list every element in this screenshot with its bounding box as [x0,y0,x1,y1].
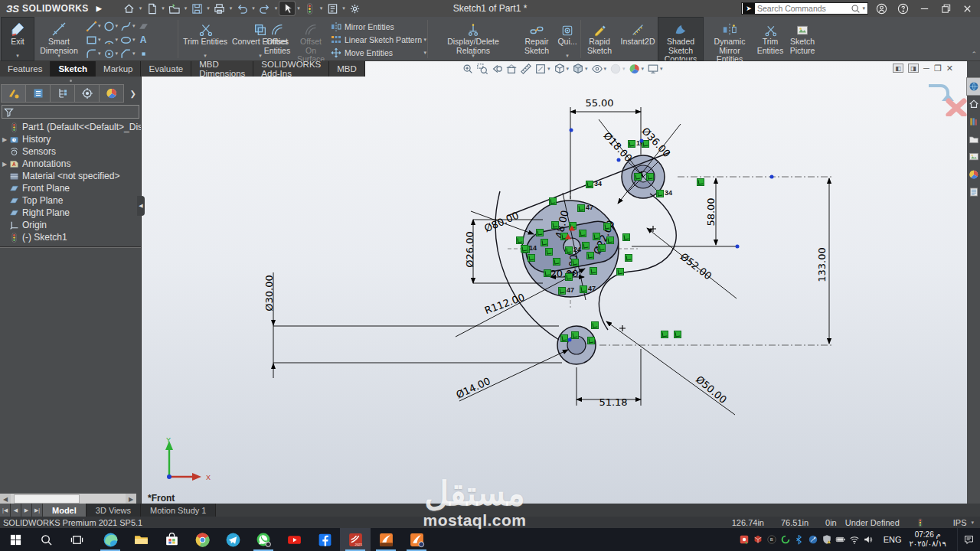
scroll-right-icon[interactable]: ▶ [126,494,136,504]
custom-properties-button[interactable] [967,184,980,201]
home-caret[interactable]: ▾ [139,5,142,11]
solidworks-resources-button[interactable] [967,78,980,95]
circle-tool[interactable]: ▾ [103,21,121,32]
view-orientation-button[interactable]: ▾ [554,63,570,75]
relation-badge[interactable]: 34 [656,190,664,197]
rectangle-tool[interactable]: ▾ [86,34,103,46]
edit-appearance-button[interactable]: ▾ [609,63,626,75]
help-button[interactable] [893,1,913,16]
exit-sketch-button[interactable]: Exit Sketch ▾ [2,18,34,60]
user-account-button[interactable] [871,1,891,16]
volume-tray-button[interactable] [863,534,874,546]
tray-app-red-tray-button[interactable] [739,534,750,546]
telegram-taskbar-button[interactable] [217,528,248,551]
tree-filter-box[interactable] [2,105,139,119]
home-button[interactable] [122,2,137,15]
print-button[interactable] [212,2,227,15]
bluetooth-tray-button[interactable] [794,534,805,546]
offset-on-surface-button[interactable]: Offset On Surface [294,18,328,60]
sketch-point[interactable] [570,129,573,132]
chrome-taskbar-button[interactable] [187,528,217,551]
dynamic-mirror-button[interactable]: Dynamic Mirror Entities [705,18,754,60]
last-tab-button[interactable]: ▶| [32,504,43,517]
home-pane-button[interactable] [967,96,980,112]
appearances-button[interactable] [967,166,980,183]
apply-scene-button[interactable]: ▾ [629,63,645,75]
search-input[interactable] [757,4,851,13]
battery-tray-button[interactable] [835,534,847,546]
search-icon[interactable] [851,4,861,14]
doc-tab-3d-views[interactable]: 3D Views [87,504,141,517]
tray-cube-red-tray-button[interactable] [753,534,764,546]
tree-item-sensors[interactable]: Sensors [0,145,141,158]
apply-scene-caret[interactable]: ▾ [642,66,645,72]
relation-badge[interactable] [536,229,544,236]
panel-expand-icon[interactable]: ❯ [130,90,136,98]
relation-badge[interactable] [590,267,597,275]
tray-circle-dark-tray-button[interactable]: B [766,534,778,546]
facebook-taskbar-button[interactable] [309,528,340,551]
sketch-picture-button[interactable]: Sketch Picture [786,18,818,60]
display-style-caret[interactable]: ▾ [585,66,588,72]
tray-swirl-green-tray-button[interactable] [780,534,792,546]
relation-badge[interactable] [697,178,704,186]
file-properties-button[interactable] [325,2,340,15]
solidworks-taskbar-button[interactable]: 2021 [340,528,371,551]
edit-appearance-caret[interactable]: ▾ [622,66,626,72]
units-selector[interactable]: IPS ▾ [953,518,974,527]
wifi-tray-button[interactable] [849,534,861,546]
previous-tab-button[interactable]: ◀ [11,504,21,517]
dimxpertmanager-tab[interactable] [75,85,99,102]
relation-badge[interactable] [549,197,557,205]
dimension-26.00[interactable]: Ø26.00 [464,231,475,267]
doc-restore-icon[interactable]: ❐ [934,64,942,73]
move-entities-caret[interactable]: ▾ [423,50,426,56]
start-button[interactable] [0,528,31,551]
graphics-area[interactable]: ▾▾▾▾▾▾▾ ◧ ◨ ─ ❐ ✕ [142,61,967,506]
relation-badge[interactable] [593,233,600,240]
scroll-left-icon[interactable]: ◀ [0,494,11,504]
doc-minimize-icon[interactable]: ─ [923,64,929,73]
panel-grip[interactable] [0,77,141,84]
expand-arrow-icon[interactable]: ▶ [0,161,9,168]
first-tab-button[interactable]: |◀ [0,504,11,517]
minimize-button[interactable] [914,1,934,16]
trim-entities-button[interactable]: Trim Entities ▾ [181,18,230,60]
save-button[interactable] [189,2,204,15]
scrollbar-thumb[interactable] [14,494,80,504]
relation-badge[interactable] [545,248,553,256]
dimension-133.00[interactable]: 133.00 [816,247,828,282]
tab-sketch[interactable]: Sketch [51,61,96,77]
relation-badge[interactable]: 47 [577,204,585,212]
configurationmanager-tab[interactable] [51,85,74,102]
chamfer-tool[interactable]: ▾ [120,48,138,60]
linear-sketch-pattern-button[interactable]: Linear Sketch Pattern ▾ [329,33,427,47]
text-tool[interactable]: A [138,34,149,46]
relation-badge[interactable] [528,254,535,262]
tree-item-right-plane[interactable]: Right Plane [0,207,141,219]
panel-horizontal-scrollbar[interactable]: ◀ ▶ [0,494,136,504]
sketch-point[interactable] [770,175,774,179]
dimension-58.00[interactable]: 58.00 [705,197,717,226]
point-tool[interactable]: ▾ [103,48,121,60]
doc-next-window-icon[interactable]: ◨ [908,64,919,73]
display-delete-relations-button[interactable]: Display/Delete Relations ▾ [430,18,516,60]
ribbon-collapse-icon[interactable]: ⌃ [971,51,977,58]
previous-view-button[interactable] [491,63,503,75]
relation-badge[interactable] [544,269,551,277]
relation-badge[interactable] [551,221,559,229]
relation-badge[interactable] [661,331,668,338]
zoom-fit-button[interactable] [462,63,474,75]
tab-evaluate[interactable]: Evaluate [141,61,191,77]
relation-badge[interactable] [553,258,560,266]
relation-badge[interactable] [603,223,611,230]
tab-features[interactable]: Features [0,61,51,77]
view-palette-button[interactable] [967,148,980,165]
rapid-sketch-button[interactable]: Rapid Sketch [583,18,616,60]
measure-button[interactable] [520,63,532,75]
save-caret[interactable]: ▾ [207,5,210,11]
file-explorer-taskbar-button[interactable] [126,528,156,551]
sketch-settings-button[interactable]: ▾ [534,63,551,75]
new-document-button[interactable] [144,2,159,15]
repair-sketch-button[interactable]: Repair Sketch [519,18,554,60]
